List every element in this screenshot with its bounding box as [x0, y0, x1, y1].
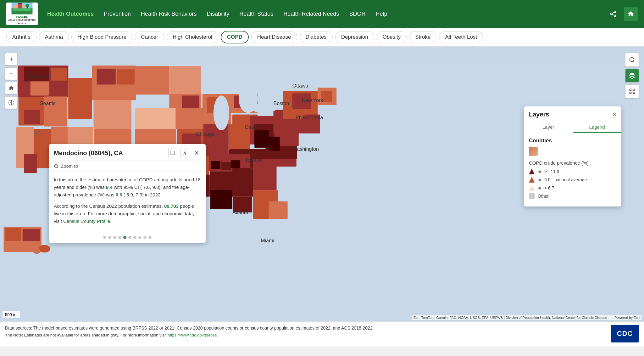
popup-pagination: [49, 233, 206, 243]
svg-text:Miami: Miami: [261, 238, 274, 243]
svg-marker-112: [11, 100, 12, 103]
popup-body: In this area, the estimated prevalence o…: [49, 172, 206, 233]
search-map-button[interactable]: [625, 53, 639, 67]
svg-rect-30: [117, 69, 135, 84]
popup-population-link[interactable]: 89,783: [164, 203, 179, 209]
svg-marker-6: [18, 3, 22, 4]
nav-health-related-needs[interactable]: Health-Related Needs: [283, 11, 339, 17]
nav-health-status[interactable]: Health Status: [239, 11, 273, 17]
footer: Data sources: The model-based estimates …: [0, 321, 644, 347]
svg-rect-84: [211, 161, 220, 169]
tab-diabetes[interactable]: Diabetes: [300, 31, 333, 43]
qr-code-button[interactable]: [625, 84, 639, 98]
zoom-out-button[interactable]: −: [5, 67, 18, 80]
nav-sdoh[interactable]: SDOH: [349, 11, 365, 17]
svg-rect-3: [14, 5, 17, 8]
svg-text:Chicago: Chicago: [196, 131, 215, 137]
county-color-swatch: [529, 147, 538, 156]
footer-text: Data sources: The model-based estimates …: [5, 325, 604, 338]
popup-maximize-button[interactable]: ☐: [168, 149, 177, 157]
svg-text:Seattle: Seattle: [40, 100, 56, 106]
layers-tabs: Layer Legend: [524, 122, 621, 133]
footer-note-text: The Note: Estimates are not available fo…: [5, 333, 167, 337]
svg-rect-19: [49, 81, 67, 96]
popup-body-text-2: According to the Census 2022 population …: [54, 203, 163, 209]
home-view-button[interactable]: [5, 82, 18, 94]
svg-point-7: [25, 4, 29, 8]
popup-dot-1[interactable]: [103, 236, 106, 239]
svg-text:Atlanta: Atlanta: [232, 209, 248, 215]
popup-collapse-button[interactable]: ∧: [180, 149, 189, 157]
svg-marker-131: [529, 185, 535, 191]
popup-title: Mendocino (06045), CA: [54, 150, 123, 157]
svg-rect-22: [24, 110, 40, 124]
tab-arthritis[interactable]: Arthritis: [6, 31, 36, 43]
svg-rect-123: [633, 89, 634, 90]
tab-asthma[interactable]: Asthma: [39, 31, 69, 43]
zoom-to-button[interactable]: Zoom to: [49, 161, 206, 172]
share-button[interactable]: [606, 7, 620, 21]
svg-rect-124: [630, 93, 631, 93]
tab-heart-disease[interactable]: Heart Disease: [251, 31, 297, 43]
legend-item-low: ◀ < 6.7: [529, 185, 616, 191]
logo[interactable]: PLACESLOCAL DATA FOR BETTER HEALTH: [6, 3, 38, 25]
legend-label-high: >= 11.3: [544, 169, 559, 174]
svg-rect-65: [269, 201, 287, 219]
svg-rect-27: [68, 78, 92, 119]
legend-swatch-other: [529, 193, 535, 199]
tab-depression[interactable]: Depression: [335, 31, 374, 43]
svg-rect-31: [94, 100, 131, 129]
footer-note: The Note: Estimates are not available fo…: [5, 332, 604, 338]
svg-rect-120: [634, 92, 635, 93]
condition-tabs: Arthritis Asthma High Blood Pressure Can…: [0, 28, 644, 47]
nav-health-risk-behaviors[interactable]: Health Risk Behaviors: [141, 11, 197, 17]
popup-dot-9[interactable]: [143, 236, 147, 239]
popup-dot-6[interactable]: [128, 236, 131, 239]
tab-cancer[interactable]: Cancer: [135, 31, 164, 43]
popup-dot-10[interactable]: [148, 236, 152, 239]
tab-stroke[interactable]: Stroke: [409, 31, 436, 43]
svg-rect-8: [27, 7, 28, 8]
legend-item-high: ◀ >= 11.3: [529, 169, 616, 174]
compass-button[interactable]: [5, 96, 18, 109]
logo-image: [9, 3, 35, 14]
popup-dot-5[interactable]: [123, 236, 126, 239]
tab-obesity[interactable]: Obesity: [377, 31, 407, 43]
popup-dot-7[interactable]: [133, 236, 136, 239]
legend-swatch-low: [529, 185, 535, 191]
layers-tab-legend[interactable]: Legend: [573, 122, 621, 133]
popup-dot-2[interactable]: [108, 236, 111, 239]
svg-rect-83: [269, 137, 280, 151]
popup-close-button[interactable]: ✕: [192, 149, 201, 157]
svg-point-109: [39, 245, 50, 252]
svg-text:Washington: Washington: [292, 146, 319, 152]
svg-rect-29: [97, 69, 116, 84]
popup-census-link[interactable]: Census County Profile: [63, 218, 110, 224]
nav-prevention[interactable]: Prevention: [104, 11, 131, 17]
svg-text:Toronto: Toronto: [245, 157, 262, 163]
svg-line-13: [612, 12, 614, 14]
popup-body-text-1c: ( 5.9, 7.3) in 2022.: [124, 192, 162, 197]
tab-all-teeth-lost[interactable]: All Teeth Lost: [439, 31, 483, 43]
popup-dot-4[interactable]: [118, 236, 121, 239]
popup-dot-3[interactable]: [113, 236, 116, 239]
tab-high-cholesterol[interactable]: High Cholesterol: [167, 31, 218, 43]
footer-data-sources: Data sources: The model-based estimates …: [5, 325, 604, 331]
footer-note-link[interactable]: https://www.cdc.gov/places: [168, 333, 217, 337]
nav-help[interactable]: Help: [375, 11, 387, 17]
main-nav: Health Outcomes Prevention Health Risk B…: [47, 11, 606, 17]
svg-rect-5: [23, 5, 25, 8]
tab-high-blood-pressure[interactable]: High Blood Pressure: [71, 31, 132, 43]
tab-copd[interactable]: COPD: [221, 31, 249, 43]
layers-panel-close-button[interactable]: ×: [613, 111, 616, 118]
layers-panel-button[interactable]: [625, 69, 639, 82]
svg-text:Philadelphia: Philadelphia: [296, 115, 323, 120]
nav-health-outcomes[interactable]: Health Outcomes: [47, 11, 94, 17]
map-container[interactable]: Seattle Vancouver Denver St. Louis Chica…: [0, 47, 644, 321]
layers-tab-layer[interactable]: Layer: [524, 122, 573, 133]
home-button[interactable]: [624, 7, 638, 21]
nav-disability[interactable]: Disability: [207, 11, 229, 17]
svg-rect-53: [203, 124, 229, 155]
zoom-in-button[interactable]: +: [5, 53, 18, 65]
popup-dot-8[interactable]: [138, 236, 142, 239]
